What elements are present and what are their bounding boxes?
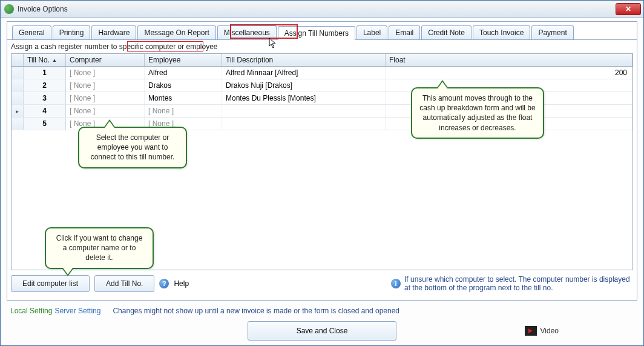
instruction-text: Assign a cash register number to specifi…: [7, 40, 637, 53]
col-header-float[interactable]: Float: [386, 54, 632, 66]
cell-computer[interactable]: [ None ]: [66, 92, 145, 104]
cell-tillno[interactable]: 4: [24, 105, 66, 117]
cell-employee[interactable]: Alfred: [145, 67, 222, 79]
titlebar: Invoice Options ✕: [1, 1, 643, 18]
content-frame: General Printing Hardware Message On Rep…: [7, 21, 637, 301]
local-setting-link[interactable]: Local Setting: [10, 307, 52, 315]
instruction-highlight-annotation: [127, 41, 203, 52]
row-selector-header: [12, 54, 24, 66]
settings-row: Local Setting Server Setting Changes mig…: [1, 303, 643, 315]
callout-text: This amount moves through to the cash up…: [419, 94, 535, 132]
cell-description[interactable]: [222, 118, 386, 130]
cell-employee[interactable]: [ None ]: [145, 105, 222, 117]
cell-tillno[interactable]: 1: [24, 67, 66, 79]
video-label: Video: [540, 327, 559, 335]
cell-description[interactable]: Alfred Minnaar [Alfred]: [222, 67, 386, 79]
cell-description[interactable]: [222, 105, 386, 117]
tab-hardware[interactable]: Hardware: [91, 25, 136, 39]
tab-label[interactable]: Label: [356, 25, 387, 39]
callout-edit-computer-list: Click if you want to change a computer n…: [45, 227, 154, 269]
grid-header: Till No. Computer Employee Till Descript…: [12, 54, 632, 67]
tab-email[interactable]: Email: [389, 25, 420, 39]
cell-employee[interactable]: Drakos: [145, 79, 222, 91]
table-row[interactable]: 1 [ None ] Alfred Alfred Minnaar [Alfred…: [12, 67, 632, 79]
callout-float-amount: This amount moves through to the cash up…: [411, 87, 544, 139]
edit-computer-list-button[interactable]: Edit computer list: [11, 275, 90, 292]
cell-computer[interactable]: [ None ]: [66, 105, 145, 117]
cell-description[interactable]: Drakos Nuji [Drakos]: [222, 79, 386, 91]
callout-select-computer-employee: Select the computer or employee you want…: [78, 127, 187, 168]
tab-credit-note[interactable]: Credit Note: [421, 25, 472, 39]
settings-note: Changes might not show up until a new in…: [113, 307, 399, 315]
info-group: i If unsure which computer to select. Th…: [391, 275, 633, 293]
tabstrip: General Printing Hardware Message On Rep…: [7, 22, 637, 40]
window-title: Invoice Options: [18, 5, 616, 13]
col-header-description[interactable]: Till Description: [222, 54, 386, 66]
col-header-tillno[interactable]: Till No.: [24, 54, 66, 66]
cell-tillno[interactable]: 2: [24, 79, 66, 91]
row-selector[interactable]: [12, 79, 24, 91]
video-link[interactable]: Video: [525, 326, 559, 336]
cell-description[interactable]: Montes Du Plessis [Montes]: [222, 92, 386, 104]
save-row: Save and Close Video: [1, 315, 643, 345]
add-till-no-button[interactable]: Add Till No.: [94, 275, 154, 292]
invoice-options-window: Invoice Options ✕ General Printing Hardw…: [0, 0, 644, 346]
cell-tillno[interactable]: 3: [24, 92, 66, 104]
bottom-toolbar: Edit computer list Add Till No. ? Help i…: [7, 270, 637, 293]
close-button[interactable]: ✕: [616, 3, 641, 15]
col-header-employee[interactable]: Employee: [145, 54, 222, 66]
info-icon: i: [391, 279, 401, 288]
save-and-close-button[interactable]: Save and Close: [248, 321, 397, 341]
app-icon: [4, 4, 14, 14]
tab-general[interactable]: General: [12, 25, 51, 39]
callout-text: Click if you want to change a computer n…: [56, 234, 143, 262]
row-selector[interactable]: [12, 67, 24, 79]
help-icon[interactable]: ?: [159, 279, 169, 288]
video-icon: [525, 326, 537, 336]
row-selector[interactable]: [12, 92, 24, 104]
tab-touch-invoice[interactable]: Touch Invoice: [473, 25, 530, 39]
cell-tillno[interactable]: 5: [24, 118, 66, 130]
callout-text: Select the computer or employee you want…: [91, 133, 175, 161]
cell-computer[interactable]: [ None ]: [66, 67, 145, 79]
help-label[interactable]: Help: [174, 279, 189, 288]
tab-miscellaneous[interactable]: Miscellaneous: [217, 25, 277, 39]
tab-payment[interactable]: Payment: [531, 25, 573, 39]
till-grid: Till No. Computer Employee Till Descript…: [11, 53, 633, 270]
row-selector[interactable]: ▸: [12, 105, 24, 117]
tab-assign-till-numbers[interactable]: Assign Till Numbers: [278, 26, 355, 40]
tab-message-on-report[interactable]: Message On Report: [137, 25, 215, 39]
row-selector[interactable]: [12, 118, 24, 130]
close-icon: ✕: [625, 5, 631, 13]
server-setting-link[interactable]: Server Setting: [54, 307, 100, 315]
cell-float[interactable]: 200: [386, 67, 632, 79]
cell-employee[interactable]: Montes: [145, 92, 222, 104]
cell-computer[interactable]: [ None ]: [66, 79, 145, 91]
info-text: If unsure which computer to select. The …: [404, 275, 633, 293]
tab-printing[interactable]: Printing: [53, 25, 91, 39]
col-header-computer[interactable]: Computer: [66, 54, 145, 66]
